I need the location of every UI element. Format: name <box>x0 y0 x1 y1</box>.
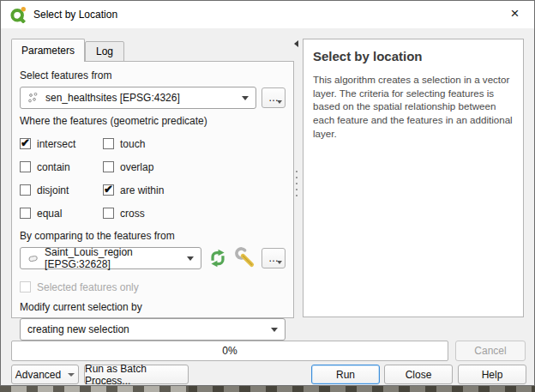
predicate-label: are within <box>120 184 164 196</box>
modify-selection-combobox[interactable]: creating new selection <box>20 318 286 341</box>
checkbox-icon[interactable] <box>20 161 31 172</box>
modify-selection-value: creating new selection <box>27 323 129 335</box>
checkbox-icon[interactable] <box>20 138 31 149</box>
selected-features-only-checkbox: Selected features only <box>20 275 286 299</box>
title-bar[interactable]: Select by Location × <box>1 1 534 28</box>
modify-selection-label: Modify current selection by <box>20 301 286 313</box>
checkbox-icon[interactable] <box>20 208 31 219</box>
iterate-over-layer-icon[interactable] <box>207 247 229 269</box>
predicate-label: contain <box>37 161 70 173</box>
input-layer-value: sen_healthsites [EPSG:4326] <box>45 92 180 104</box>
predicate-label: touch <box>120 138 145 150</box>
advanced-menu-button[interactable]: Advanced <box>11 365 79 384</box>
checkbox-icon <box>20 281 31 292</box>
predicate-label: cross <box>120 208 145 220</box>
input-layer-browse-button[interactable]: … <box>261 87 286 108</box>
predicate-grid: intersect touch contain overlap disjoint <box>20 132 286 225</box>
window-title: Select by Location <box>33 9 117 21</box>
cancel-button: Cancel <box>455 341 526 361</box>
chevron-down-icon <box>68 373 75 377</box>
select-by-location-dialog: Select by Location × Parameters Log Sele… <box>0 0 535 386</box>
help-title: Select by location <box>313 49 514 63</box>
tab-log[interactable]: Log <box>85 41 124 62</box>
predicate-overlap[interactable]: overlap <box>103 155 286 178</box>
chevron-down-icon <box>242 96 249 100</box>
qgis-logo-icon <box>9 6 27 23</box>
advanced-label: Advanced <box>15 369 61 381</box>
parameters-panel: Select features from sen_healthsites [EP… <box>11 61 294 318</box>
input-layer-combobox[interactable]: sen_healthsites [EPSG:4326] <box>20 87 256 109</box>
checkbox-icon[interactable] <box>103 208 114 219</box>
panel-collapse-arrow-icon[interactable] <box>294 40 298 47</box>
selected-features-only-label: Selected features only <box>37 281 139 293</box>
chevron-down-icon <box>187 256 194 261</box>
help-button[interactable]: Help <box>458 365 526 384</box>
checkbox-icon[interactable] <box>103 184 114 196</box>
predicate-label: intersect <box>37 138 75 150</box>
run-as-batch-button[interactable]: Run as Batch Process... <box>84 365 189 384</box>
checkbox-icon[interactable] <box>103 138 114 149</box>
select-features-from-label: Select features from <box>20 69 286 81</box>
compare-layer-label: By comparing to the features from <box>20 230 286 242</box>
predicate-disjoint[interactable]: disjoint <box>20 178 103 202</box>
screenshot-root: Select by Location × Parameters Log Sele… <box>0 0 535 392</box>
splitter-grip-handle[interactable] <box>296 171 298 199</box>
desktop-background-strip <box>0 386 535 392</box>
predicate-label: disjoint <box>37 184 69 196</box>
predicate-are-within[interactable]: are within <box>103 178 286 202</box>
chevron-down-icon <box>277 261 282 264</box>
predicate-label: overlap <box>120 161 153 173</box>
run-button[interactable]: Run <box>311 365 380 384</box>
polygon-layer-icon <box>27 253 39 264</box>
tab-parameters[interactable]: Parameters <box>11 39 85 62</box>
predicate-intersect[interactable]: intersect <box>20 132 103 155</box>
chevron-down-icon <box>271 328 278 332</box>
checkbox-icon[interactable] <box>20 184 31 196</box>
predicate-label: equal <box>37 208 62 220</box>
close-button[interactable]: Close <box>384 365 453 384</box>
predicate-touch[interactable]: touch <box>103 132 286 155</box>
checkbox-icon[interactable] <box>103 161 114 172</box>
close-window-button[interactable]: × <box>496 1 534 27</box>
compare-layer-value: Saint_Louis_region [EPSG:32628] <box>45 246 181 270</box>
predicate-equal[interactable]: equal <box>20 202 103 225</box>
progress-bar: 0% <box>11 341 448 361</box>
help-panel: Select by location This algorithm create… <box>303 39 524 317</box>
predicate-contain[interactable]: contain <box>20 155 103 178</box>
predicates-label: Where the features (geometric predicate) <box>20 115 286 127</box>
help-body-text: This algorithm creates a selection in a … <box>313 73 514 140</box>
point-layer-icon <box>27 92 39 104</box>
wrench-advanced-options-icon[interactable] <box>234 247 256 269</box>
compare-layer-browse-button[interactable]: … <box>261 248 286 268</box>
chevron-down-icon <box>277 100 282 104</box>
compare-layer-combobox[interactable]: Saint_Louis_region [EPSG:32628] <box>20 247 201 269</box>
predicate-cross[interactable]: cross <box>103 202 286 225</box>
